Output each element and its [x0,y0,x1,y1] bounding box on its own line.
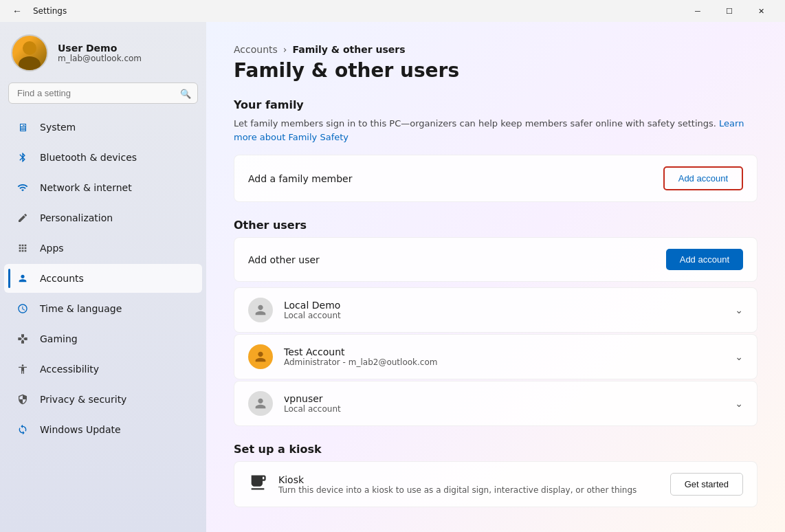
personalization-icon [15,210,30,225]
minimize-button[interactable]: ─ [682,0,714,22]
nav-accessibility[interactable]: Accessibility [4,355,202,384]
local-demo-role: Local account [284,311,724,320]
sidebar: User Demo m_lab@outlook.com 🔍 🖥 System B… [0,22,206,532]
app-body: User Demo m_lab@outlook.com 🔍 🖥 System B… [0,22,785,532]
nav-label-system: System [40,122,76,133]
update-icon [15,422,30,437]
vpnuser-role: Local account [284,404,724,414]
nav-label-accessibility: Accessibility [40,364,99,375]
close-button[interactable]: ✕ [745,0,777,22]
search-input[interactable] [8,82,198,104]
nav-gaming[interactable]: Gaming [4,324,202,353]
main-content: Accounts › Family & other users Family &… [206,22,785,532]
title-bar-left: ← Settings [8,4,67,18]
kiosk-card: Kiosk Turn this device into a kiosk to u… [234,461,758,507]
vpnuser-name: vpnuser [284,393,724,404]
nav-label-gaming: Gaming [40,333,78,344]
nav-time[interactable]: Time & language [4,294,202,323]
bluetooth-icon [15,150,30,165]
vpnuser-chevron-icon: ⌄ [735,398,743,409]
nav-update[interactable]: Windows Update [4,415,202,444]
privacy-icon [15,392,30,407]
test-account-role: Administrator - m_lab2@outlook.com [284,357,724,367]
nav-label-network: Network & internet [40,182,132,193]
title-bar-controls: ─ ☐ ✕ [682,0,777,22]
breadcrumb-current: Family & other users [292,44,405,55]
other-users-section: Other users Add other user Add account L… [234,219,758,426]
kiosk-title: Set up a kiosk [234,443,758,456]
other-users-title: Other users [234,219,758,232]
maximize-button[interactable]: ☐ [714,0,745,22]
page-title: Family & other users [234,59,459,82]
test-account-chevron-icon: ⌄ [735,351,743,362]
time-icon [15,301,30,316]
breadcrumb-separator: › [283,44,287,55]
your-family-title: Your family [234,98,758,111]
add-family-card: Add a family member Add account [234,155,758,202]
accessibility-icon [15,362,30,377]
breadcrumb-accounts: Accounts [234,44,278,55]
system-icon: 🖥 [15,120,30,135]
nav-label-privacy: Privacy & security [40,394,126,405]
search-icon: 🔍 [180,88,191,98]
user-test-account[interactable]: Test Account Administrator - m_lab2@outl… [234,334,758,379]
test-account-info: Test Account Administrator - m_lab2@outl… [284,346,724,367]
nav-label-bluetooth: Bluetooth & devices [40,152,137,163]
local-demo-avatar [248,298,273,322]
user-vpnuser[interactable]: vpnuser Local account ⌄ [234,381,758,426]
svg-point-1 [19,56,41,70]
app-title: Settings [33,6,67,16]
nav-system[interactable]: 🖥 System [4,113,202,142]
kiosk-name: Kiosk [278,474,637,485]
local-demo-chevron-icon: ⌄ [735,304,743,315]
nav-network[interactable]: Network & internet [4,173,202,202]
add-other-user-card: Add other user Add account [234,237,758,282]
nav-label-update: Windows Update [40,424,121,435]
accounts-icon [15,271,30,286]
test-account-name: Test Account [284,346,724,357]
svg-point-0 [23,41,36,55]
kiosk-section: Set up a kiosk Kiosk Turn this device in… [234,443,758,507]
nav-personalization[interactable]: Personalization [4,203,202,232]
network-icon [15,180,30,195]
add-family-account-button[interactable]: Add account [663,166,743,190]
avatar [11,34,48,71]
nav-apps[interactable]: Apps [4,234,202,263]
vpnuser-avatar [248,391,273,416]
nav-accounts[interactable]: Accounts [4,264,202,293]
back-button[interactable]: ← [8,4,26,18]
add-other-user-label: Add other user [248,254,320,265]
add-family-label: Add a family member [248,173,352,184]
add-other-account-button[interactable]: Add account [666,249,743,270]
user-info: User Demo m_lab@outlook.com [58,43,142,63]
nav-label-time: Time & language [40,303,122,314]
nav-privacy[interactable]: Privacy & security [4,385,202,414]
kiosk-left: Kiosk Turn this device into a kiosk to u… [248,473,637,496]
your-family-section: Your family Let family members sign in t… [234,98,758,202]
user-name: User Demo [58,43,142,54]
vpnuser-info: vpnuser Local account [284,393,724,414]
your-family-desc: Let family members sign in to this PC—or… [234,117,758,144]
kiosk-description: Turn this device into a kiosk to use as … [278,485,637,495]
title-bar: ← Settings ─ ☐ ✕ [0,0,785,22]
gaming-icon [15,331,30,346]
user-local-demo[interactable]: Local Demo Local account ⌄ [234,287,758,333]
kiosk-icon [248,473,267,496]
user-email: m_lab@outlook.com [58,54,142,63]
kiosk-info: Kiosk Turn this device into a kiosk to u… [278,474,637,495]
kiosk-get-started-button[interactable]: Get started [670,473,743,496]
local-demo-info: Local Demo Local account [284,300,724,320]
nav-bluetooth[interactable]: Bluetooth & devices [4,143,202,172]
test-account-avatar [248,344,273,369]
user-section: User Demo m_lab@outlook.com [0,22,206,82]
apps-icon [15,241,30,256]
nav-label-apps: Apps [40,243,64,254]
local-demo-name: Local Demo [284,300,724,311]
nav-label-accounts: Accounts [40,273,84,284]
breadcrumb: Accounts › Family & other users [234,44,758,55]
nav-label-personalization: Personalization [40,212,113,223]
search-box: 🔍 [8,82,198,104]
